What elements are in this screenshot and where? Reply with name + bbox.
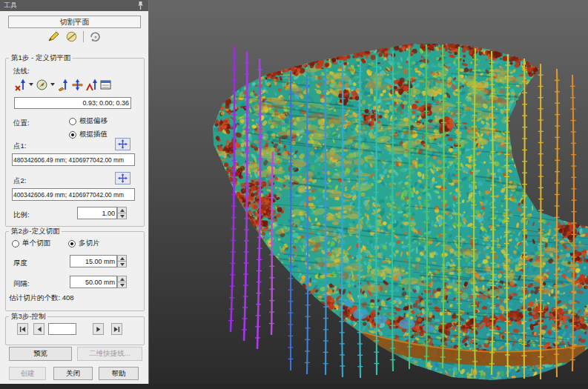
scale-label: 比例: [13,210,30,220]
radio-circle[interactable] [68,240,76,247]
step3-title: 第3步-控制 [9,312,47,322]
shortcut-2d-button[interactable]: 二维快捷线... [77,347,142,361]
pointcloud-canvas[interactable] [149,0,588,389]
nav-prev-button[interactable] [33,323,44,335]
dropdown-caret[interactable] [29,83,33,86]
radio-by-interpolation[interactable]: 根据插值 [69,130,108,139]
numeric-input-icon[interactable] [99,79,112,91]
help-button[interactable]: 帮助 [99,367,139,380]
spin-up-button[interactable] [117,255,127,262]
thickness-field[interactable] [70,255,117,267]
radio-multi-slices[interactable]: 多切片 [68,239,100,248]
align-axis-icon[interactable] [85,79,98,91]
slice-count-estimate: 估计切片的个数: 408 [9,293,74,303]
thickness-label: 厚度 [13,259,27,268]
nav-last-button[interactable] [111,323,122,335]
tool-panel: 工具 切割平面 第1步 - 定义切平面 [0,0,149,389]
normal-vector-field[interactable] [14,97,131,109]
pick-point1-button[interactable] [115,138,131,150]
skip-first-icon [19,326,26,333]
scale-spinner [117,207,127,219]
spin-down-button[interactable] [117,282,127,288]
panel-toolbar [0,30,148,43]
normal-label: 法线: [13,67,30,76]
position-label: 位置: [13,119,30,128]
radio-circle[interactable] [12,240,19,247]
pin-icon[interactable] [136,1,145,10]
radio-label[interactable]: 多切片 [79,239,100,248]
application-window: 工具 切割平面 第1步 - 定义切平面 [0,0,588,389]
close-button[interactable]: 关闭 [53,367,93,380]
invert-normal-icon[interactable] [14,79,27,91]
normal-view-icon[interactable] [36,79,48,91]
toolbar-separator [83,31,84,42]
preview-button[interactable]: 预览 [9,347,72,361]
slice-index-field[interactable] [48,323,76,335]
point2-field[interactable] [12,188,135,201]
scale-field[interactable] [77,207,117,219]
draw-plane-icon[interactable] [47,30,60,43]
nav-first-button[interactable] [17,323,28,335]
point2-label: 点2: [13,176,26,186]
pick-point2-button[interactable] [115,172,131,184]
move-cross-icon [118,173,128,183]
thickness-spinner [117,255,127,267]
normal-tools-row [14,78,112,91]
radio-circle[interactable] [69,131,76,139]
spin-up-button[interactable] [117,276,127,282]
spin-down-button[interactable] [117,213,127,219]
normal-points-icon[interactable] [57,79,70,91]
skip-last-icon [113,326,120,333]
panel-titlebar: 工具 [0,0,148,11]
point1-field[interactable] [12,153,135,166]
nav-next-button[interactable] [93,323,104,335]
step2-title: 第2步-定义切面 [9,227,62,236]
orbit-icon[interactable] [89,30,102,43]
viewport-3d[interactable] [149,0,588,389]
dropdown-caret[interactable] [50,83,55,86]
create-button[interactable]: 创建 [9,367,46,380]
spin-down-button[interactable] [117,262,127,267]
spacing-field[interactable] [70,276,117,288]
radio-label[interactable]: 根据插值 [79,130,108,139]
radio-label[interactable]: 单个切面 [22,239,50,248]
sphere-icon[interactable] [65,30,78,43]
spin-up-button[interactable] [117,207,127,213]
bottom-edge-strip [0,384,588,389]
spacing-label: 间隔: [13,279,30,289]
prev-icon [36,326,42,333]
tool-header: 切割平面 [8,16,141,28]
move-cross-icon [118,139,128,149]
radio-single-section[interactable]: 单个切面 [12,239,50,248]
radio-by-offset[interactable]: 根据偏移 [69,116,108,126]
spacing-spinner [117,276,127,288]
next-icon [96,326,102,333]
radio-circle[interactable] [69,118,76,125]
point1-label: 点1: [13,142,26,151]
panel-title: 工具 [4,1,17,9]
radio-label[interactable]: 根据偏移 [79,116,108,126]
step1-title: 第1步 - 定义切平面 [9,53,73,63]
flip-plane-icon[interactable] [71,79,84,91]
